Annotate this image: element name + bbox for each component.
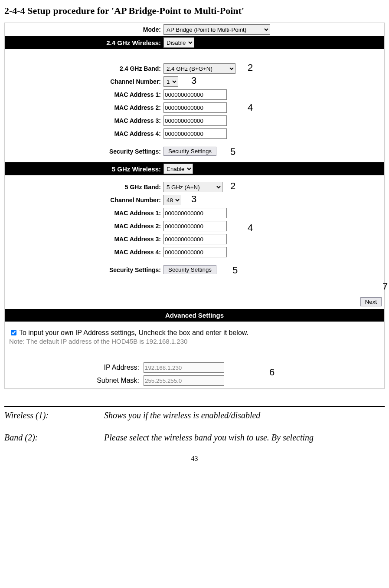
mac-5-3-input[interactable]	[163, 234, 227, 244]
mac-24-4-input[interactable]	[163, 128, 227, 139]
next-row: Next	[5, 276, 384, 309]
security-24-button[interactable]: Security Settings	[163, 147, 216, 156]
desc-row-1: Wireless (1): Shows you if the wireless …	[4, 411, 385, 420]
mac-5-2-input[interactable]	[163, 221, 227, 231]
ip-checkbox[interactable]	[11, 330, 16, 335]
annotation-24-sec: 5	[230, 146, 235, 158]
mode-row: Mode: AP Bridge (Point to Multi-Point)	[5, 23, 384, 36]
mac-5-1-label: MAC Address 1:	[5, 210, 163, 217]
band-24-label: 2.4 GHz Band:	[5, 65, 163, 72]
ip-address-input[interactable]	[144, 362, 224, 373]
ip-note: Note: The default IP address of the HOD4…	[9, 338, 380, 345]
band-5-select[interactable]: 5 GHz (A+N)	[163, 182, 222, 192]
mac-24-2-input[interactable]	[163, 102, 227, 113]
mac-5-1-input[interactable]	[163, 208, 227, 218]
mac-24-2-label: MAC Address 2:	[5, 104, 163, 111]
channel-24-label: Channel Number:	[5, 78, 163, 85]
security-24-label: Security Settings:	[5, 148, 163, 155]
mac-5-3-label: MAC Address 3:	[5, 236, 163, 243]
channel-24-row: Channel Number: 1 3	[5, 75, 384, 88]
wireless-5-header-row: 5 GHz Wireless: Enable	[5, 162, 384, 175]
mac-24-3-row: MAC Address 3:	[5, 114, 384, 127]
next-button[interactable]: Next	[360, 297, 382, 306]
security-5-row: Security Settings: Security Settings 5	[5, 264, 384, 276]
security-5-label: Security Settings:	[5, 266, 163, 273]
mac-24-3-label: MAC Address 3:	[5, 117, 163, 124]
mac-24-2-row: MAC Address 2: 4	[5, 101, 384, 114]
ip-checkbox-row: To input your own IP Address settings, U…	[9, 328, 380, 337]
mac-5-4-label: MAC Address 4:	[5, 249, 163, 256]
annotation-5-sec: 5	[232, 265, 238, 276]
mac-24-1-label: MAC Address 1:	[5, 91, 163, 98]
channel-5-select[interactable]: 48	[163, 195, 181, 205]
subnet-mask-row: Subnet Mask:	[9, 375, 380, 386]
mac-5-2-label: MAC Address 2:	[5, 223, 163, 230]
mac-24-4-row: MAC Address 4:	[5, 127, 384, 140]
wireless-5-enable-select[interactable]: Enable	[163, 164, 193, 174]
subnet-mask-input[interactable]	[144, 375, 224, 386]
wireless-5-header-label: 5 GHz Wireless:	[5, 165, 163, 173]
annotation-24-mac: 4	[248, 102, 253, 113]
mac-24-3-input[interactable]	[163, 115, 227, 126]
wireless-24-header-row: 2.4 GHz Wireless: Disable	[5, 36, 384, 49]
mac-24-1-input[interactable]	[163, 89, 227, 100]
mac-5-4-input[interactable]	[163, 247, 227, 257]
page-title: 2-4-4 Setup procedure for 'AP Bridge-Poi…	[4, 5, 385, 16]
mac-5-4-row: MAC Address 4:	[5, 246, 384, 259]
mac-5-3-row: MAC Address 3:	[5, 233, 384, 246]
desc-key-1: Wireless (1):	[4, 411, 104, 420]
security-24-row: Security Settings: Security Settings 5	[5, 145, 384, 157]
mac-5-2-row: MAC Address 2: 4	[5, 220, 384, 233]
annotation-5-chan: 3	[191, 194, 196, 205]
desc-val-1: Shows you if the wireless is enabled/dis…	[104, 411, 260, 420]
desc-key-2: Band (2):	[4, 433, 104, 443]
annotation-5-band: 2	[230, 181, 235, 192]
channel-5-label: Channel Number:	[5, 197, 163, 204]
ip-address-row: IP Address: 6	[9, 362, 380, 373]
page-number: 43	[4, 455, 385, 463]
config-screenshot: Mode: AP Bridge (Point to Multi-Point) 2…	[4, 23, 385, 389]
description-table: Wireless (1): Shows you if the wireless …	[4, 411, 385, 443]
desc-val-2: Please select the wireless band you wish…	[104, 433, 314, 443]
ip-address-label: IP Address:	[9, 364, 144, 371]
description-divider	[4, 406, 385, 407]
annotation-24-band: 2	[248, 62, 253, 73]
mac-24-1-row: MAC Address 1:	[5, 88, 384, 101]
wireless-24-header-label: 2.4 GHz Wireless:	[5, 39, 163, 46]
advanced-settings-header: Advanced Settings	[5, 309, 384, 322]
band-24-row: 2.4 GHz Band: 2.4 GHz (B+G+N) 2	[5, 62, 384, 75]
desc-row-2: Band (2): Please select the wireless ban…	[4, 433, 385, 443]
subnet-mask-label: Subnet Mask:	[9, 377, 144, 384]
annotation-24-chan: 3	[191, 75, 196, 86]
channel-5-row: Channel Number: 48 3	[5, 194, 384, 207]
mac-24-4-label: MAC Address 4:	[5, 130, 163, 137]
band-5-row: 5 GHz Band: 5 GHz (A+N) 2	[5, 181, 384, 194]
mac-5-1-row: MAC Address 1:	[5, 207, 384, 220]
mode-select[interactable]: AP Bridge (Point to Multi-Point)	[163, 24, 270, 35]
band-5-label: 5 GHz Band:	[5, 184, 163, 191]
advanced-settings-body: To input your own IP Address settings, U…	[5, 322, 384, 388]
channel-24-select[interactable]: 1	[163, 76, 178, 87]
wireless-24-enable-select[interactable]: Disable	[163, 37, 194, 48]
ip-checkbox-text: To input your own IP Address settings, U…	[19, 329, 248, 337]
annotation-5-mac: 4	[248, 222, 253, 233]
band-24-select[interactable]: 2.4 GHz (B+G+N)	[163, 63, 235, 74]
mode-label: Mode:	[5, 26, 163, 33]
security-5-button[interactable]: Security Settings	[163, 265, 216, 274]
